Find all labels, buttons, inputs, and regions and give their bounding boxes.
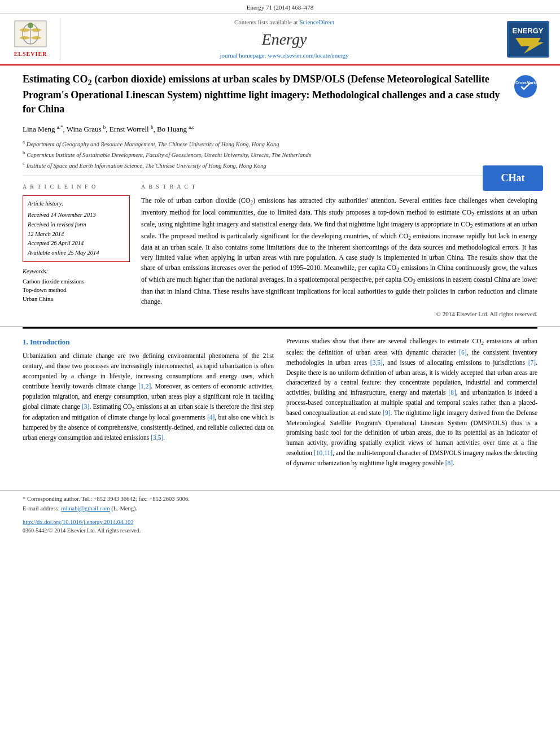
journal-homepage-link[interactable]: journal homepage: www.elsevier.com/locat… — [220, 52, 348, 59]
main-content: Estimating CO2 (carbon dioxide) emission… — [0, 65, 560, 318]
affiliations-block: a Department of Geography and Resource M… — [23, 138, 537, 171]
sdirect-link[interactable]: ScienceDirect — [299, 19, 334, 25]
affil-a: a Department of Geography and Resource M… — [23, 138, 537, 148]
intro-left-paragraph: Urbanization and climate change are two … — [23, 351, 274, 443]
footnote-corresponding: * Corresponding author. Tel.: +852 3943 … — [23, 495, 537, 504]
body-right-col: Previous studies show that there are sev… — [286, 337, 537, 473]
article-info-heading: A R T I C L E I N F O — [23, 183, 130, 191]
elsevier-logo-image — [14, 20, 47, 48]
affil-b: b Copernicus Institute of Sustainable De… — [23, 149, 537, 159]
received-date: Received 14 November 2013 — [28, 211, 125, 220]
available-date: Available online 25 May 2014 — [28, 248, 125, 258]
keyword-2: Top-down method — [23, 286, 130, 295]
journal-homepage: journal homepage: www.elsevier.com/locat… — [220, 51, 348, 60]
body-left-col: 1. Introduction Urbanization and climate… — [23, 337, 274, 473]
sdirect-line: Contents lists available at ScienceDirec… — [234, 18, 334, 27]
article-info-column: A R T I C L E I N F O Article history: R… — [23, 183, 130, 318]
revised-date: 12 March 2014 — [28, 230, 125, 239]
page: Energy 71 (2014) 468–478 ELSEVIER — [0, 0, 560, 747]
keywords-title: Keywords: — [23, 268, 130, 276]
keywords-list: Carbon dioxide emissions Top-down method… — [23, 278, 130, 304]
energy-logo-right: ENERGY — [502, 18, 553, 60]
crossmark-logo: CrossMark — [514, 75, 537, 98]
footnote-email: E-mail address: mlinabj@gmail.com (L. Me… — [23, 505, 537, 513]
keyword-3: Urban China — [23, 295, 130, 304]
ref-3[interactable]: [3] — [82, 403, 89, 410]
elsevier-logo: ELSEVIER — [7, 18, 60, 60]
ref-3-5b[interactable]: [3,5] — [370, 359, 383, 366]
ref-7[interactable]: [7] — [528, 359, 536, 366]
affil-c: c Institute of Space and Earth Informati… — [23, 160, 537, 170]
svg-point-3 — [28, 23, 33, 28]
journal-header: ELSEVIER Contents lists available at Sci… — [0, 14, 560, 65]
ref-9[interactable]: [9] — [383, 409, 390, 416]
keyword-1: Carbon dioxide emissions — [23, 278, 130, 286]
authors-line: Lina Meng a,*, Wina Graus b, Ernst Worre… — [23, 124, 537, 135]
journal-center: Contents lists available at ScienceDirec… — [66, 18, 502, 60]
info-abstract-columns: A R T I C L E I N F O Article history: R… — [23, 176, 537, 318]
svg-point-7 — [514, 75, 537, 98]
footer-area: * Corresponding author. Tel.: +852 3943 … — [0, 490, 560, 535]
keywords-section: Keywords: Carbon dioxide emissions Top-d… — [23, 268, 130, 304]
chat-button[interactable]: CHat — [483, 165, 543, 191]
copyright-line: © 2014 Elsevier Ltd. All rights reserved… — [141, 310, 537, 318]
abstract-text: The role of urban carbon dioxide (CO2) e… — [141, 195, 537, 307]
revised-label: Received in revised form — [28, 220, 125, 230]
journal-citation: Energy 71 (2014) 468–478 — [247, 4, 314, 11]
ref-8[interactable]: [8] — [448, 389, 456, 396]
energy-logo-box: ENERGY — [507, 21, 549, 58]
svg-text:ENERGY: ENERGY — [512, 27, 543, 35]
article-title-text: Estimating CO2 (carbon dioxide) emission… — [23, 72, 514, 116]
abstract-paragraph: The role of urban carbon dioxide (CO2) e… — [141, 195, 537, 307]
ref-3-5[interactable]: [3,5] — [151, 434, 163, 441]
ref-8b[interactable]: [8] — [445, 460, 453, 466]
abstract-column: A B S T R A C T The role of urban carbon… — [141, 183, 537, 318]
journal-name: Energy — [262, 28, 307, 50]
accepted-date: Accepted 26 April 2014 — [28, 239, 125, 248]
body-columns: 1. Introduction Urbanization and climate… — [0, 337, 560, 473]
article-title-block: Estimating CO2 (carbon dioxide) emission… — [23, 72, 537, 116]
history-title: Article history: — [28, 199, 125, 209]
doi-link[interactable]: http://dx.doi.org/10.1016/j.energy.2014.… — [23, 519, 133, 525]
ref-1-2[interactable]: [1,2] — [138, 383, 151, 390]
ref-4[interactable]: [4] — [207, 414, 215, 421]
ref-10-11[interactable]: [10,11] — [314, 449, 333, 456]
article-history-box: Article history: Received 14 November 20… — [23, 195, 130, 262]
ref-6[interactable]: [6] — [459, 349, 466, 356]
email-link[interactable]: mlinabj@gmail.com — [61, 505, 110, 512]
svg-text:CrossMark: CrossMark — [515, 81, 536, 85]
thick-divider — [23, 327, 537, 329]
abstract-heading: A B S T R A C T — [141, 183, 537, 191]
intro-section-title: 1. Introduction — [23, 337, 274, 348]
journal-citation-bar: Energy 71 (2014) 468–478 — [0, 0, 560, 14]
issn-line: 0360-5442/© 2014 Elsevier Ltd. All right… — [23, 527, 537, 535]
elsevier-text-label: ELSEVIER — [14, 50, 47, 58]
intro-right-paragraph: Previous studies show that there are sev… — [286, 337, 537, 468]
